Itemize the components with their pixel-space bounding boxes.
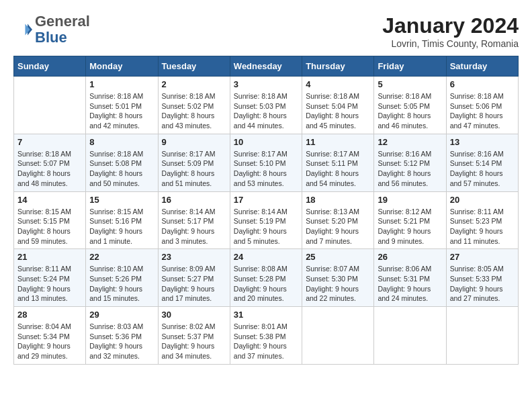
day-info: Sunrise: 8:12 AMSunset: 5:21 PMDaylight:… <box>378 207 442 246</box>
calendar-cell: 25Sunrise: 8:07 AMSunset: 5:30 PMDayligh… <box>302 249 374 307</box>
day-number: 7 <box>17 137 82 147</box>
day-number: 20 <box>450 195 515 205</box>
calendar-week-2: 7Sunrise: 8:18 AMSunset: 5:07 PMDaylight… <box>14 134 519 191</box>
day-info: Sunrise: 8:07 AMSunset: 5:30 PMDaylight:… <box>306 264 370 304</box>
calendar-cell: 29Sunrise: 8:03 AMSunset: 5:36 PMDayligh… <box>86 307 158 365</box>
calendar-cell: 26Sunrise: 8:06 AMSunset: 5:31 PMDayligh… <box>374 249 446 307</box>
day-number: 25 <box>306 252 370 262</box>
day-number: 23 <box>162 252 226 262</box>
logo-blue-text: Blue <box>35 30 90 46</box>
header-tuesday: Tuesday <box>158 56 230 77</box>
month-title: January 2024 <box>382 13 519 38</box>
day-info: Sunrise: 8:18 AMSunset: 5:05 PMDaylight:… <box>378 91 442 131</box>
day-info: Sunrise: 8:04 AMSunset: 5:34 PMDaylight:… <box>17 322 82 361</box>
day-number: 22 <box>89 252 154 262</box>
day-number: 2 <box>162 79 226 89</box>
day-info: Sunrise: 8:18 AMSunset: 5:02 PMDaylight:… <box>162 91 226 131</box>
calendar-cell: 27Sunrise: 8:05 AMSunset: 5:33 PMDayligh… <box>446 249 518 307</box>
logo-icon <box>13 20 32 39</box>
calendar-cell <box>374 307 446 365</box>
calendar-cell: 20Sunrise: 8:11 AMSunset: 5:23 PMDayligh… <box>446 191 518 249</box>
calendar-cell: 11Sunrise: 8:17 AMSunset: 5:11 PMDayligh… <box>302 134 374 191</box>
day-number: 13 <box>450 137 515 147</box>
day-number: 16 <box>162 195 226 205</box>
calendar-cell: 14Sunrise: 8:15 AMSunset: 5:15 PMDayligh… <box>14 191 86 249</box>
header-friday: Friday <box>374 56 446 77</box>
day-info: Sunrise: 8:17 AMSunset: 5:10 PMDaylight:… <box>234 149 298 189</box>
day-info: Sunrise: 8:06 AMSunset: 5:31 PMDaylight:… <box>378 264 442 304</box>
day-number: 10 <box>234 137 298 147</box>
day-number: 1 <box>89 79 154 89</box>
day-number: 28 <box>17 310 82 320</box>
day-number: 24 <box>234 252 298 262</box>
calendar-week-4: 21Sunrise: 8:11 AMSunset: 5:24 PMDayligh… <box>14 249 519 307</box>
day-info: Sunrise: 8:16 AMSunset: 5:14 PMDaylight:… <box>450 149 515 189</box>
logo: General Blue <box>13 13 90 46</box>
header-sunday: Sunday <box>14 56 86 77</box>
calendar-cell: 21Sunrise: 8:11 AMSunset: 5:24 PMDayligh… <box>14 249 86 307</box>
day-number: 8 <box>89 137 154 147</box>
day-number: 27 <box>450 252 515 262</box>
day-number: 26 <box>378 252 442 262</box>
day-info: Sunrise: 8:11 AMSunset: 5:24 PMDaylight:… <box>17 264 82 304</box>
calendar-cell: 23Sunrise: 8:09 AMSunset: 5:27 PMDayligh… <box>158 249 230 307</box>
day-number: 5 <box>378 79 442 89</box>
day-number: 15 <box>89 195 154 205</box>
day-info: Sunrise: 8:17 AMSunset: 5:09 PMDaylight:… <box>162 149 226 189</box>
header-wednesday: Wednesday <box>230 56 302 77</box>
location: Lovrin, Timis County, Romania <box>382 38 519 49</box>
calendar-cell: 28Sunrise: 8:04 AMSunset: 5:34 PMDayligh… <box>14 307 86 365</box>
header-thursday: Thursday <box>302 56 374 77</box>
day-number: 18 <box>306 195 370 205</box>
logo-general-text: General <box>35 13 90 30</box>
logo-text: General Blue <box>35 13 90 46</box>
day-number: 21 <box>17 252 82 262</box>
day-number: 11 <box>306 137 370 147</box>
day-info: Sunrise: 8:03 AMSunset: 5:36 PMDaylight:… <box>89 322 154 361</box>
calendar-cell: 5Sunrise: 8:18 AMSunset: 5:05 PMDaylight… <box>374 77 446 134</box>
calendar-cell: 10Sunrise: 8:17 AMSunset: 5:10 PMDayligh… <box>230 134 302 191</box>
day-info: Sunrise: 8:16 AMSunset: 5:12 PMDaylight:… <box>378 149 442 189</box>
calendar-cell: 18Sunrise: 8:13 AMSunset: 5:20 PMDayligh… <box>302 191 374 249</box>
calendar-cell: 17Sunrise: 8:14 AMSunset: 5:19 PMDayligh… <box>230 191 302 249</box>
calendar-week-1: 1Sunrise: 8:18 AMSunset: 5:01 PMDaylight… <box>14 77 519 134</box>
day-info: Sunrise: 8:14 AMSunset: 5:19 PMDaylight:… <box>234 207 298 246</box>
title-area: January 2024 Lovrin, Timis County, Roman… <box>382 13 519 49</box>
header: General Blue January 2024 Lovrin, Timis … <box>13 13 519 49</box>
header-monday: Monday <box>86 56 158 77</box>
day-info: Sunrise: 8:18 AMSunset: 5:06 PMDaylight:… <box>450 91 515 131</box>
calendar-cell: 30Sunrise: 8:02 AMSunset: 5:37 PMDayligh… <box>158 307 230 365</box>
calendar-week-3: 14Sunrise: 8:15 AMSunset: 5:15 PMDayligh… <box>14 191 519 249</box>
calendar-cell: 31Sunrise: 8:01 AMSunset: 5:38 PMDayligh… <box>230 307 302 365</box>
day-number: 9 <box>162 137 226 147</box>
calendar-cell: 6Sunrise: 8:18 AMSunset: 5:06 PMDaylight… <box>446 77 518 134</box>
calendar-cell: 15Sunrise: 8:15 AMSunset: 5:16 PMDayligh… <box>86 191 158 249</box>
calendar-cell <box>446 307 518 365</box>
day-number: 30 <box>162 310 226 320</box>
calendar-cell: 2Sunrise: 8:18 AMSunset: 5:02 PMDaylight… <box>158 77 230 134</box>
day-info: Sunrise: 8:11 AMSunset: 5:23 PMDaylight:… <box>450 207 515 246</box>
day-info: Sunrise: 8:15 AMSunset: 5:15 PMDaylight:… <box>17 207 82 246</box>
calendar-cell: 7Sunrise: 8:18 AMSunset: 5:07 PMDaylight… <box>14 134 86 191</box>
day-info: Sunrise: 8:15 AMSunset: 5:16 PMDaylight:… <box>89 207 154 246</box>
calendar-cell: 8Sunrise: 8:18 AMSunset: 5:08 PMDaylight… <box>86 134 158 191</box>
calendar-cell: 24Sunrise: 8:08 AMSunset: 5:28 PMDayligh… <box>230 249 302 307</box>
calendar-cell: 19Sunrise: 8:12 AMSunset: 5:21 PMDayligh… <box>374 191 446 249</box>
calendar-cell: 3Sunrise: 8:18 AMSunset: 5:03 PMDaylight… <box>230 77 302 134</box>
day-info: Sunrise: 8:08 AMSunset: 5:28 PMDaylight:… <box>234 264 298 304</box>
day-info: Sunrise: 8:14 AMSunset: 5:17 PMDaylight:… <box>162 207 226 246</box>
day-info: Sunrise: 8:05 AMSunset: 5:33 PMDaylight:… <box>450 264 515 304</box>
day-number: 3 <box>234 79 298 89</box>
calendar-cell <box>14 77 86 134</box>
calendar-table: SundayMondayTuesdayWednesdayThursdayFrid… <box>13 56 519 365</box>
day-info: Sunrise: 8:10 AMSunset: 5:26 PMDaylight:… <box>89 264 154 304</box>
day-number: 19 <box>378 195 442 205</box>
day-info: Sunrise: 8:17 AMSunset: 5:11 PMDaylight:… <box>306 149 370 189</box>
day-number: 12 <box>378 137 442 147</box>
day-number: 6 <box>450 79 515 89</box>
day-info: Sunrise: 8:18 AMSunset: 5:01 PMDaylight:… <box>89 91 154 131</box>
day-info: Sunrise: 8:18 AMSunset: 5:07 PMDaylight:… <box>17 149 82 189</box>
calendar-cell: 12Sunrise: 8:16 AMSunset: 5:12 PMDayligh… <box>374 134 446 191</box>
day-info: Sunrise: 8:13 AMSunset: 5:20 PMDaylight:… <box>306 207 370 246</box>
day-info: Sunrise: 8:18 AMSunset: 5:08 PMDaylight:… <box>89 149 154 189</box>
